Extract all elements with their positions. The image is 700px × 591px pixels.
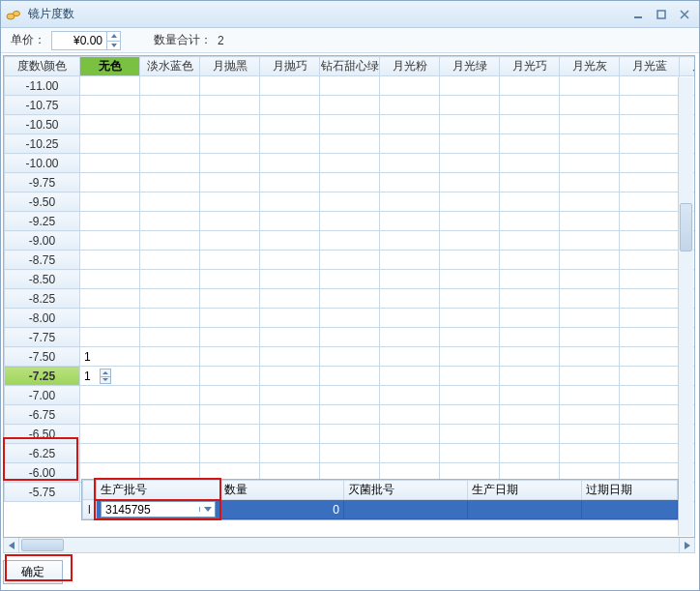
column-header[interactable]: 钻石甜心绿 bbox=[320, 57, 380, 76]
grid-cell[interactable] bbox=[260, 192, 320, 212]
grid-cell[interactable] bbox=[620, 212, 680, 231]
grid-cell[interactable] bbox=[380, 309, 440, 328]
row-header[interactable]: -8.75 bbox=[5, 251, 80, 270]
grid-cell[interactable] bbox=[200, 328, 260, 347]
grid-cell[interactable] bbox=[500, 173, 560, 192]
grid-cell[interactable] bbox=[500, 231, 560, 251]
grid-cell[interactable] bbox=[260, 425, 320, 444]
grid-cell[interactable] bbox=[380, 96, 440, 115]
grid-cell[interactable] bbox=[500, 115, 560, 134]
grid-cell[interactable] bbox=[200, 251, 260, 270]
grid-cell[interactable] bbox=[260, 212, 320, 231]
subgrid-header[interactable]: 生产批号 bbox=[97, 481, 220, 500]
grid-cell[interactable] bbox=[140, 173, 200, 192]
row-header[interactable]: -6.25 bbox=[5, 444, 80, 463]
grid-cell[interactable] bbox=[500, 154, 560, 173]
grid-cell[interactable] bbox=[620, 347, 680, 367]
grid-cell[interactable] bbox=[260, 270, 320, 289]
grid-cell[interactable] bbox=[560, 212, 620, 231]
column-header[interactable]: 月光巧 bbox=[500, 57, 560, 76]
chevron-down-icon[interactable] bbox=[199, 507, 215, 512]
grid-cell[interactable] bbox=[320, 405, 380, 425]
subgrid-qty[interactable]: 0 bbox=[220, 500, 344, 519]
row-header[interactable]: -9.25 bbox=[5, 212, 80, 231]
grid-cell[interactable] bbox=[260, 444, 320, 463]
scroll-left-icon[interactable] bbox=[4, 538, 19, 552]
grid-cell[interactable] bbox=[80, 425, 140, 444]
grid-cell[interactable] bbox=[500, 444, 560, 463]
subgrid-prod-date[interactable] bbox=[468, 500, 582, 519]
grid-cell[interactable] bbox=[260, 328, 320, 347]
grid-cell[interactable] bbox=[260, 309, 320, 328]
grid-cell[interactable] bbox=[560, 270, 620, 289]
vertical-scrollbar[interactable] bbox=[678, 77, 693, 536]
row-header[interactable]: -10.00 bbox=[5, 154, 80, 173]
row-header[interactable]: -7.25 bbox=[5, 367, 80, 386]
grid-cell[interactable] bbox=[260, 76, 320, 96]
grid-cell[interactable] bbox=[320, 212, 380, 231]
grid-cell[interactable] bbox=[380, 212, 440, 231]
column-header[interactable]: 月抛黑 bbox=[200, 57, 260, 76]
grid-table[interactable]: 度数\颜色无色淡水蓝色月抛黑月抛巧钻石甜心绿月光粉月光绿月光巧月光灰月光蓝月光黑… bbox=[4, 56, 694, 502]
grid-cell[interactable] bbox=[80, 289, 140, 309]
grid-cell[interactable] bbox=[320, 270, 380, 289]
grid-cell[interactable] bbox=[620, 96, 680, 115]
grid-cell[interactable] bbox=[140, 367, 200, 386]
grid-cell[interactable] bbox=[80, 212, 140, 231]
grid-cell[interactable] bbox=[440, 425, 500, 444]
grid-cell[interactable] bbox=[440, 289, 500, 309]
grid-cell[interactable] bbox=[200, 347, 260, 367]
grid-cell[interactable] bbox=[380, 192, 440, 212]
grid-cell[interactable] bbox=[140, 270, 200, 289]
column-header[interactable]: 月光绿 bbox=[440, 57, 500, 76]
grid-cell[interactable] bbox=[440, 347, 500, 367]
row-header[interactable]: -8.00 bbox=[5, 309, 80, 328]
grid-cell[interactable] bbox=[440, 367, 500, 386]
grid-cell[interactable] bbox=[620, 231, 680, 251]
grid-cell[interactable] bbox=[320, 134, 380, 154]
row-header[interactable]: -6.75 bbox=[5, 405, 80, 425]
grid-cell[interactable] bbox=[440, 154, 500, 173]
grid-cell[interactable] bbox=[80, 405, 140, 425]
grid-cell[interactable] bbox=[500, 251, 560, 270]
grid-cell[interactable] bbox=[380, 76, 440, 96]
ok-button[interactable]: 确定 bbox=[3, 560, 63, 584]
grid-cell[interactable] bbox=[560, 425, 620, 444]
price-field[interactable] bbox=[52, 34, 106, 47]
grid-cell[interactable] bbox=[560, 386, 620, 405]
grid-cell[interactable] bbox=[320, 444, 380, 463]
row-header[interactable]: -8.50 bbox=[5, 270, 80, 289]
grid-cell[interactable] bbox=[140, 192, 200, 212]
grid-cell[interactable] bbox=[260, 367, 320, 386]
grid-cell[interactable] bbox=[500, 405, 560, 425]
grid-cell[interactable] bbox=[320, 231, 380, 251]
grid-cell[interactable] bbox=[80, 134, 140, 154]
grid-cell[interactable] bbox=[140, 328, 200, 347]
price-up-icon[interactable] bbox=[106, 32, 120, 41]
row-header[interactable]: -7.00 bbox=[5, 386, 80, 405]
grid-cell[interactable] bbox=[380, 231, 440, 251]
grid-cell[interactable] bbox=[80, 309, 140, 328]
grid-cell[interactable] bbox=[140, 134, 200, 154]
grid-cell[interactable] bbox=[320, 328, 380, 347]
grid-cell[interactable] bbox=[380, 115, 440, 134]
grid-cell[interactable] bbox=[620, 270, 680, 289]
grid-cell[interactable] bbox=[320, 173, 380, 192]
grid-cell[interactable] bbox=[140, 76, 200, 96]
subgrid-row-handle[interactable]: I bbox=[83, 500, 97, 519]
price-input[interactable] bbox=[51, 31, 121, 50]
subgrid-row[interactable]: I 3145795 0 bbox=[83, 500, 678, 519]
subgrid-header[interactable]: 生产日期 bbox=[468, 481, 582, 500]
grid-cell[interactable] bbox=[560, 173, 620, 192]
grid-cell[interactable] bbox=[200, 444, 260, 463]
grid-cell[interactable] bbox=[500, 347, 560, 367]
grid-cell[interactable] bbox=[560, 115, 620, 134]
row-header[interactable]: -7.75 bbox=[5, 328, 80, 347]
row-header[interactable]: -6.50 bbox=[5, 425, 80, 444]
grid-cell[interactable] bbox=[560, 309, 620, 328]
grid-cell[interactable] bbox=[80, 96, 140, 115]
close-button[interactable] bbox=[674, 8, 695, 21]
grid-cell[interactable] bbox=[200, 192, 260, 212]
grid-cell[interactable] bbox=[560, 251, 620, 270]
grid-cell[interactable] bbox=[260, 115, 320, 134]
